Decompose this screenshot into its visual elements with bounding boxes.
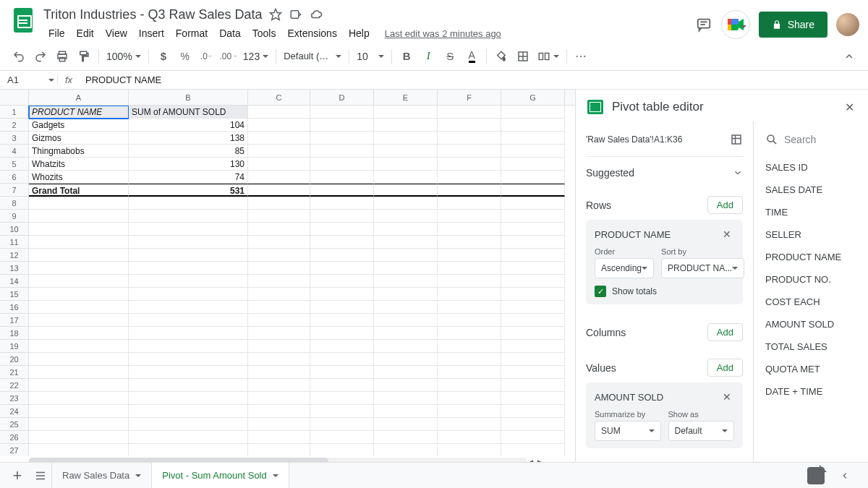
field-item[interactable]: SELLER [765,223,856,246]
field-item[interactable]: DATE + TIME [765,380,856,403]
cell[interactable] [501,184,565,197]
row-header[interactable]: 12 [0,249,29,262]
cell[interactable] [29,236,129,249]
cell[interactable] [310,197,374,210]
cell[interactable] [438,119,501,132]
cell[interactable] [501,340,565,353]
cell[interactable] [129,236,248,249]
cell[interactable]: 130 [129,158,248,171]
select-range-icon[interactable] [730,133,743,146]
cell[interactable] [374,379,438,392]
cell[interactable] [310,431,374,444]
cell[interactable] [438,379,501,392]
cell[interactable] [129,366,248,379]
cell[interactable] [438,171,501,184]
menu-edit[interactable]: Edit [72,25,99,42]
row-header[interactable]: 4 [0,145,29,158]
number-format-select[interactable]: 123 [240,46,271,67]
row-header[interactable]: 27 [0,444,29,456]
cell[interactable] [129,327,248,340]
row-header[interactable]: 9 [0,210,29,223]
row-header[interactable]: 11 [0,236,29,249]
menu-tools[interactable]: Tools [247,25,281,42]
cell[interactable] [501,249,565,262]
cell[interactable] [374,340,438,353]
order-select[interactable]: Ascending [595,258,654,278]
cell[interactable] [501,210,565,223]
cell[interactable] [438,236,501,249]
font-select[interactable]: Default (Ari... [281,46,344,67]
cell[interactable] [374,366,438,379]
cell[interactable] [438,132,501,145]
row-header[interactable]: 26 [0,431,29,444]
cell[interactable] [129,405,248,418]
cell[interactable] [248,288,310,301]
cell[interactable] [310,405,374,418]
remove-row-icon[interactable]: ✕ [720,227,734,241]
cell[interactable]: 531 [129,184,248,197]
cell[interactable] [501,119,565,132]
cell[interactable] [374,210,438,223]
cell[interactable]: 138 [129,132,248,145]
col-header-D[interactable]: D [310,90,374,105]
cell[interactable] [248,197,310,210]
cell[interactable] [438,184,501,197]
cell[interactable] [310,171,374,184]
cell[interactable] [501,379,565,392]
zoom-select[interactable]: 100% [103,46,144,67]
cell[interactable] [501,262,565,275]
cell[interactable] [129,262,248,275]
row-header[interactable]: 23 [0,392,29,405]
cell[interactable] [438,340,501,353]
cell[interactable] [310,119,374,132]
row-header[interactable]: 5 [0,158,29,171]
cell[interactable] [374,353,438,366]
summarize-select[interactable]: SUM [595,421,661,441]
cell[interactable] [29,444,129,456]
cell[interactable] [501,171,565,184]
meet-button[interactable] [721,10,750,39]
menu-insert[interactable]: Insert [134,25,169,42]
side-panel-toggle[interactable] [833,464,856,487]
field-item[interactable]: TIME [765,201,856,223]
cell[interactable] [501,236,565,249]
cell[interactable] [501,366,565,379]
cell[interactable] [310,223,374,236]
star-icon[interactable] [269,8,282,21]
cell[interactable] [374,236,438,249]
cell[interactable] [248,418,310,431]
italic-button[interactable]: I [418,46,438,67]
cell[interactable] [310,340,374,353]
cell[interactable] [129,197,248,210]
cell[interactable] [438,223,501,236]
menu-extensions[interactable]: Extensions [282,25,341,42]
row-header[interactable]: 13 [0,262,29,275]
cell[interactable] [501,223,565,236]
suggested-toggle[interactable]: Suggested [586,157,743,189]
cell[interactable] [248,366,310,379]
field-item[interactable]: AMOUNT SOLD [765,313,856,335]
cell[interactable] [501,392,565,405]
cell[interactable] [310,275,374,288]
cell[interactable] [310,158,374,171]
cell[interactable]: Whozits [29,171,129,184]
merge-cells-button[interactable] [535,46,562,67]
pivot-range[interactable]: 'Raw Sales Data'!A1:K36 [586,134,682,145]
row-header[interactable]: 6 [0,171,29,184]
paint-format-button[interactable] [74,46,94,67]
cell[interactable]: Grand Total [29,184,129,197]
row-header[interactable]: 22 [0,379,29,392]
cell[interactable] [501,197,565,210]
cell[interactable] [310,444,374,456]
all-sheets-button[interactable] [29,464,52,487]
decrease-decimal-button[interactable]: .0← [197,46,217,67]
col-header-F[interactable]: F [438,90,501,105]
cell[interactable] [501,444,565,456]
cell[interactable] [29,210,129,223]
close-icon[interactable]: ✕ [842,100,856,114]
cell[interactable] [248,340,310,353]
explore-button[interactable] [807,467,825,484]
add-values-button[interactable]: Add [707,359,743,377]
cell[interactable] [29,379,129,392]
row-header[interactable]: 16 [0,301,29,314]
